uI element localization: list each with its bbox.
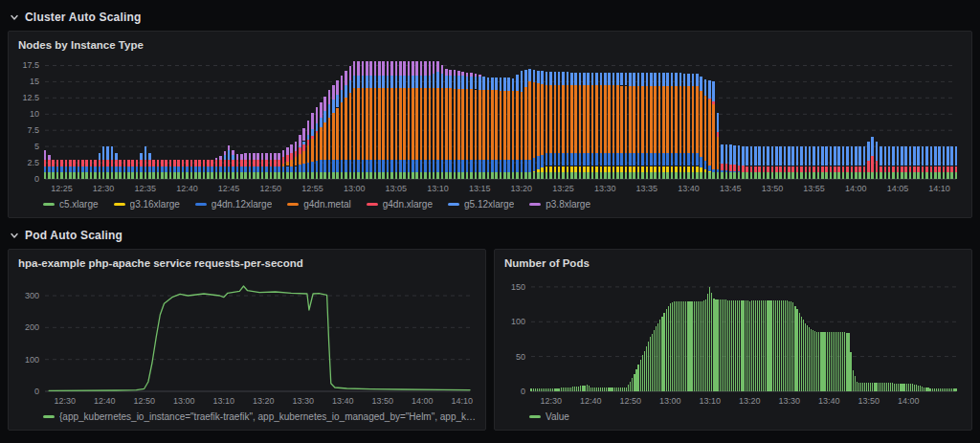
- legend-swatch: [43, 415, 55, 418]
- svg-text:300: 300: [25, 291, 39, 300]
- svg-text:13:00: 13:00: [173, 396, 195, 406]
- svg-text:13:50: 13:50: [371, 396, 393, 406]
- svg-text:50: 50: [516, 352, 525, 362]
- legend-label: p3.8xlarge: [546, 199, 590, 210]
- legend-swatch: [448, 203, 459, 206]
- legend-item-g3.16xlarge[interactable]: g3.16xlarge: [114, 199, 180, 210]
- svg-text:13:10: 13:10: [699, 396, 721, 406]
- svg-text:7.5: 7.5: [27, 125, 39, 135]
- legend-swatch: [43, 203, 55, 206]
- svg-text:13:05: 13:05: [386, 184, 408, 193]
- svg-text:13:50: 13:50: [762, 184, 784, 193]
- hpa-legend: {app_kubernetes_io_instance="traefik-tra…: [16, 407, 478, 424]
- legend-item-g4dn.12xlarge[interactable]: g4dn.12xlarge: [195, 199, 272, 210]
- svg-text:14:10: 14:10: [928, 184, 950, 193]
- svg-text:13:40: 13:40: [678, 184, 700, 193]
- grafana-dashboard: Cluster Auto Scaling Nodes by Instance T…: [0, 0, 980, 443]
- svg-text:13:45: 13:45: [720, 184, 742, 193]
- legend-label: {app_kubernetes_io_instance="traefik-tra…: [59, 411, 478, 422]
- svg-text:0: 0: [521, 387, 525, 396]
- svg-text:17.5: 17.5: [22, 60, 39, 70]
- svg-text:12:30: 12:30: [54, 396, 76, 406]
- svg-text:0: 0: [34, 387, 39, 396]
- svg-text:12:40: 12:40: [580, 396, 602, 406]
- svg-text:13:10: 13:10: [212, 396, 234, 406]
- svg-text:13:30: 13:30: [778, 396, 800, 406]
- row-header-pod-auto-scaling[interactable]: Pod Auto Scaling: [10, 228, 972, 243]
- svg-text:10: 10: [30, 109, 39, 119]
- svg-text:12.5: 12.5: [22, 93, 39, 102]
- number-of-pods-chart[interactable]: 05010015012:3012:4012:5013:0013:1013:201…: [502, 271, 964, 407]
- nodes-by-instance-type-chart[interactable]: 02.557.51012.51517.512:2512:3012:3512:40…: [16, 53, 964, 194]
- panel-title-pods[interactable]: Number of Pods: [504, 257, 964, 269]
- legend-swatch: [195, 203, 207, 206]
- hpa-requests-chart[interactable]: 010020030012:3012:4012:5013:0013:1013:20…: [16, 271, 478, 407]
- svg-text:13:40: 13:40: [332, 396, 354, 406]
- svg-text:13:30: 13:30: [292, 396, 314, 406]
- svg-text:150: 150: [511, 282, 525, 292]
- legend-item-traefik-series[interactable]: {app_kubernetes_io_instance="traefik-tra…: [43, 411, 478, 422]
- svg-text:13:50: 13:50: [858, 396, 880, 406]
- row-header-cluster-auto-scaling[interactable]: Cluster Auto Scaling: [10, 10, 972, 25]
- svg-text:12:40: 12:40: [94, 396, 116, 406]
- row-title-cluster: Cluster Auto Scaling: [25, 11, 142, 24]
- svg-text:15: 15: [30, 77, 39, 86]
- chevron-down-icon: [10, 231, 19, 240]
- svg-text:12:30: 12:30: [93, 184, 115, 193]
- svg-text:13:25: 13:25: [552, 184, 574, 193]
- svg-text:13:40: 13:40: [818, 396, 840, 406]
- svg-text:200: 200: [25, 322, 39, 332]
- pod-auto-scaling-row: hpa-example php-apache service requests-…: [8, 249, 972, 431]
- legend-swatch: [529, 415, 541, 418]
- chevron-down-icon: [10, 12, 19, 22]
- svg-text:14:00: 14:00: [412, 396, 434, 406]
- svg-text:13:30: 13:30: [594, 184, 616, 193]
- svg-text:12:35: 12:35: [135, 184, 157, 193]
- svg-text:13:55: 13:55: [803, 184, 825, 193]
- svg-text:13:00: 13:00: [659, 396, 681, 406]
- svg-text:5: 5: [34, 142, 39, 151]
- legend-item-g4dn.metal[interactable]: g4dn.metal: [287, 199, 350, 210]
- legend-swatch: [114, 203, 125, 206]
- svg-text:14:00: 14:00: [845, 184, 867, 193]
- svg-text:13:10: 13:10: [427, 184, 449, 193]
- svg-text:0: 0: [34, 174, 39, 184]
- svg-text:14:10: 14:10: [451, 396, 473, 406]
- svg-text:13:15: 13:15: [469, 184, 491, 193]
- legend-label: c5.xlarge: [59, 199, 99, 210]
- svg-text:13:20: 13:20: [511, 184, 533, 193]
- pods-legend: Value: [502, 407, 964, 424]
- svg-text:12:50: 12:50: [133, 396, 155, 406]
- svg-text:14:05: 14:05: [887, 184, 909, 193]
- legend-item-p3.8xlarge[interactable]: p3.8xlarge: [529, 199, 590, 210]
- panel-nodes-by-instance-type: Nodes by Instance Type 02.557.51012.5151…: [8, 31, 972, 218]
- nodes-legend: c5.xlargeg3.16xlargeg4dn.12xlargeg4dn.me…: [16, 194, 964, 211]
- legend-label: g4dn.xlarge: [383, 199, 433, 210]
- legend-item-g5.12xlarge[interactable]: g5.12xlarge: [448, 199, 514, 210]
- legend-item-c5.xlarge[interactable]: c5.xlarge: [43, 199, 99, 210]
- row-title-pod: Pod Auto Scaling: [25, 229, 122, 242]
- svg-text:2.5: 2.5: [27, 158, 39, 167]
- svg-text:12:50: 12:50: [619, 396, 641, 406]
- panel-hpa-requests-per-second: hpa-example php-apache service requests-…: [8, 249, 486, 431]
- svg-text:12:45: 12:45: [218, 184, 240, 193]
- legend-swatch: [287, 203, 299, 206]
- panel-title-hpa[interactable]: hpa-example php-apache service requests-…: [18, 257, 478, 269]
- legend-label: g3.16xlarge: [130, 199, 180, 210]
- svg-text:13:20: 13:20: [739, 396, 761, 406]
- svg-text:12:55: 12:55: [301, 184, 323, 193]
- legend-item-value[interactable]: Value: [529, 411, 569, 422]
- svg-text:13:00: 13:00: [344, 184, 366, 193]
- svg-text:13:35: 13:35: [636, 184, 658, 193]
- svg-text:100: 100: [25, 355, 39, 365]
- svg-text:12:30: 12:30: [540, 396, 562, 406]
- svg-text:14:00: 14:00: [898, 396, 920, 406]
- svg-text:12:50: 12:50: [260, 184, 282, 193]
- panel-number-of-pods: Number of Pods 05010015012:3012:4012:501…: [494, 249, 972, 431]
- svg-text:12:40: 12:40: [176, 184, 198, 193]
- svg-text:12:25: 12:25: [51, 184, 73, 193]
- legend-item-g4dn.xlarge[interactable]: g4dn.xlarge: [367, 199, 433, 210]
- panel-title-nodes[interactable]: Nodes by Instance Type: [18, 39, 964, 51]
- svg-text:100: 100: [511, 317, 525, 326]
- legend-label: g5.12xlarge: [464, 199, 514, 210]
